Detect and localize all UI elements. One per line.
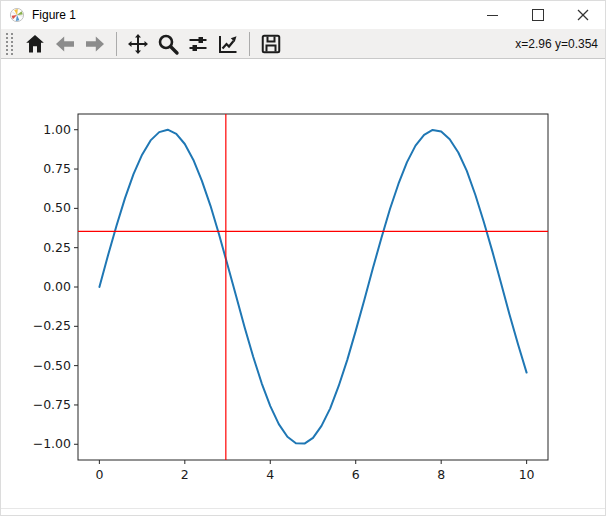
title-bar: Figure 1: [1, 1, 605, 29]
cursor-coordinates: x=2.96 y=0.354: [515, 37, 601, 51]
minimize-icon: [487, 15, 498, 16]
window-bottom-edge: [1, 508, 605, 509]
pan-arrows-icon: [126, 32, 150, 56]
y-tick-label: −1.00: [33, 436, 71, 451]
y-tick-label: 1.00: [43, 122, 71, 137]
x-tick-label: 2: [181, 467, 189, 482]
x-tick-label: 6: [352, 467, 360, 482]
y-tick-label: −0.50: [33, 358, 71, 373]
caption-buttons: [470, 1, 605, 29]
arrow-left-icon: [53, 32, 77, 56]
y-tick-label: −0.25: [33, 318, 71, 333]
x-tick-label: 8: [437, 467, 445, 482]
sine-plot[interactable]: 0246810−1.00−0.75−0.50−0.250.000.250.500…: [1, 59, 606, 516]
home-button[interactable]: [21, 30, 49, 58]
series-line-sin(x): [99, 130, 526, 444]
y-tick-label: 0.75: [43, 161, 71, 176]
magnifier-icon: [156, 32, 180, 56]
x-tick-label: 4: [266, 467, 274, 482]
toolbar-separator: [249, 32, 250, 56]
zoom-button[interactable]: [154, 30, 182, 58]
maximize-button[interactable]: [515, 1, 560, 29]
axes-spines: [78, 114, 548, 460]
y-tick-label: 0.50: [43, 200, 71, 215]
toolbar-grip: [6, 33, 13, 55]
figure-canvas[interactable]: 0246810−1.00−0.75−0.50−0.250.000.250.500…: [1, 59, 606, 516]
close-icon: [577, 9, 589, 21]
home-icon: [23, 32, 47, 56]
navigation-toolbar: x=2.96 y=0.354: [1, 29, 605, 59]
x-tick-label: 10: [519, 467, 535, 482]
forward-button[interactable]: [81, 30, 109, 58]
close-button[interactable]: [560, 1, 605, 29]
window-title: Figure 1: [32, 8, 76, 22]
maximize-icon: [532, 9, 544, 21]
y-tick-label: 0.00: [43, 279, 71, 294]
pan-button[interactable]: [124, 30, 152, 58]
arrow-right-icon: [83, 32, 107, 56]
floppy-disk-icon: [259, 32, 283, 56]
y-tick-label: −0.75: [33, 397, 71, 412]
minimize-button[interactable]: [470, 1, 515, 29]
save-button[interactable]: [257, 30, 285, 58]
toolbar-separator: [116, 32, 117, 56]
y-tick-label: 0.25: [43, 240, 71, 255]
figure-window: Figure 1: [0, 0, 606, 516]
chart-line-icon: [216, 32, 240, 56]
configure-subplots-button[interactable]: [184, 30, 212, 58]
x-tick-label: 0: [95, 467, 103, 482]
matplotlib-logo-icon: [9, 7, 25, 23]
customize-button[interactable]: [214, 30, 242, 58]
sliders-icon: [186, 32, 210, 56]
back-button[interactable]: [51, 30, 79, 58]
